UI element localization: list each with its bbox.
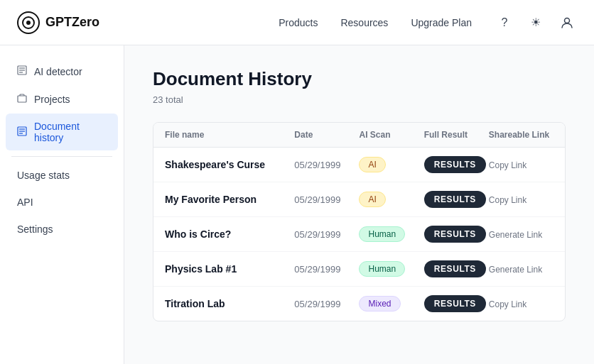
ai-scan-badge: AI — [359, 192, 385, 207]
document-history-icon — [17, 126, 27, 138]
sidebar-item-document-history-label: Document history — [34, 121, 107, 143]
theme-icon[interactable]: ☀ — [526, 13, 546, 33]
full-result-cell: RESULTS — [424, 191, 489, 208]
account-icon[interactable] — [557, 13, 577, 33]
ai-scan-badge: Human — [359, 261, 405, 277]
col-shareable-link: Shareable Link — [489, 130, 554, 140]
results-button[interactable]: RESULTS — [424, 295, 486, 312]
logo[interactable]: GPTZero — [17, 11, 99, 34]
nav-resources[interactable]: Resources — [340, 17, 388, 28]
ai-scan-badge: Human — [359, 226, 405, 242]
sidebar-item-ai-detector-label: AI detector — [34, 66, 82, 77]
projects-icon — [17, 93, 27, 105]
svg-point-1 — [26, 21, 31, 25]
svg-point-2 — [565, 18, 570, 23]
ai-scan-badge: Mixed — [359, 296, 400, 311]
file-name: Titration Lab — [165, 298, 294, 309]
shareable-link-action[interactable]: Copy Link — [489, 160, 526, 170]
results-button[interactable]: RESULTS — [424, 226, 486, 243]
settings-label: Settings — [17, 224, 53, 235]
main-content: Document History 23 total File name Date… — [124, 45, 594, 364]
shareable-link-cell: Generate Link — [489, 228, 554, 241]
page-title: Document History — [153, 68, 566, 90]
nav-actions: ? ☀ — [495, 13, 577, 33]
sidebar-item-projects[interactable]: Projects — [6, 86, 118, 112]
sidebar-item-usage-stats[interactable]: Usage stats — [6, 162, 118, 188]
logo-text: GPTZero — [45, 15, 99, 30]
sidebar-item-settings[interactable]: Settings — [6, 216, 118, 242]
page-subtitle: 23 total — [153, 94, 566, 105]
ai-scan-cell: Mixed — [359, 296, 423, 311]
table-row: Physics Lab #1 05/29/1999 Human RESULTS … — [153, 252, 565, 287]
shareable-link-action[interactable]: Generate Link — [489, 230, 542, 240]
date-cell: 05/29/1999 — [294, 299, 359, 309]
results-button[interactable]: RESULTS — [424, 260, 486, 277]
date-cell: 05/29/1999 — [294, 229, 359, 240]
nav-links: Products Resources Upgrade Plan — [279, 17, 472, 28]
shareable-link-cell: Copy Link — [489, 297, 554, 310]
ai-detector-icon — [17, 65, 27, 77]
date-cell: 05/29/1999 — [294, 264, 359, 275]
col-filename: File name — [165, 130, 294, 140]
svg-rect-7 — [18, 96, 26, 102]
table-row: Titration Lab 05/29/1999 Mixed RESULTS C… — [153, 287, 565, 321]
col-date: Date — [294, 130, 359, 140]
sidebar-item-ai-detector[interactable]: AI detector — [6, 58, 118, 84]
document-table: File name Date AI Scan Full Result Share… — [153, 122, 566, 321]
ai-scan-cell: AI — [359, 192, 423, 207]
table-row: My Favorite Person 05/29/1999 AI RESULTS… — [153, 182, 565, 217]
file-name: Physics Lab #1 — [165, 263, 294, 275]
usage-stats-label: Usage stats — [17, 170, 70, 181]
sidebar-item-api[interactable]: API — [6, 189, 118, 215]
ai-scan-badge: AI — [359, 157, 385, 172]
shareable-link-cell: Copy Link — [489, 158, 554, 171]
file-name: Shakespeare's Curse — [165, 159, 294, 170]
top-nav: GPTZero Products Resources Upgrade Plan … — [0, 0, 594, 45]
nav-products[interactable]: Products — [279, 17, 318, 28]
ai-scan-cell: Human — [359, 226, 423, 242]
full-result-cell: RESULTS — [424, 226, 489, 243]
ai-scan-cell: Human — [359, 261, 423, 277]
table-row: Who is Circe? 05/29/1999 Human RESULTS G… — [153, 217, 565, 252]
shareable-link-action[interactable]: Copy Link — [489, 299, 526, 309]
full-result-cell: RESULTS — [424, 295, 489, 312]
col-ai-scan: AI Scan — [359, 130, 423, 140]
file-name: Who is Circe? — [165, 228, 294, 240]
results-button[interactable]: RESULTS — [424, 156, 486, 173]
layout: AI detector Projects Document history Us… — [0, 45, 594, 364]
logo-icon — [17, 11, 40, 34]
api-label: API — [17, 197, 33, 208]
sidebar-divider — [11, 156, 112, 157]
shareable-link-action[interactable]: Copy Link — [489, 195, 526, 205]
table-header: File name Date AI Scan Full Result Share… — [153, 123, 565, 148]
shareable-link-cell: Copy Link — [489, 193, 554, 206]
ai-scan-cell: AI — [359, 157, 423, 172]
nav-upgrade[interactable]: Upgrade Plan — [411, 17, 472, 28]
results-button[interactable]: RESULTS — [424, 191, 486, 208]
table-row: Shakespeare's Curse 05/29/1999 AI RESULT… — [153, 148, 565, 182]
full-result-cell: RESULTS — [424, 260, 489, 277]
shareable-link-action[interactable]: Generate Link — [489, 265, 542, 275]
full-result-cell: RESULTS — [424, 156, 489, 173]
help-icon[interactable]: ? — [495, 13, 514, 33]
date-cell: 05/29/1999 — [294, 194, 359, 205]
file-name: My Favorite Person — [165, 194, 294, 205]
sidebar: AI detector Projects Document history Us… — [0, 45, 124, 364]
shareable-link-cell: Generate Link — [489, 263, 554, 275]
sidebar-item-projects-label: Projects — [34, 94, 70, 105]
date-cell: 05/29/1999 — [294, 160, 359, 170]
table-body: Shakespeare's Curse 05/29/1999 AI RESULT… — [153, 148, 565, 321]
sidebar-item-document-history[interactable]: Document history — [6, 114, 118, 150]
col-full-result: Full Result — [424, 130, 489, 140]
